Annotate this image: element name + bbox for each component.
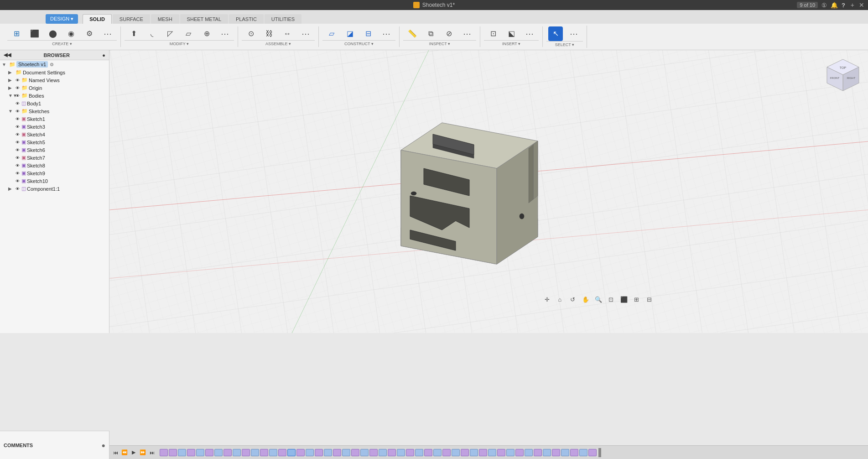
sphere-tool[interactable]: ◉ bbox=[63, 27, 79, 40]
cylinder-tool[interactable]: ⬤ bbox=[45, 27, 61, 40]
timeline-end-marker[interactable] bbox=[598, 448, 601, 457]
timeline-item-42[interactable] bbox=[534, 449, 542, 456]
tree-item-sketch6[interactable]: 👁 ▣ Sketch6 bbox=[0, 146, 109, 154]
timeline-item-8[interactable] bbox=[223, 449, 232, 456]
timeline-item-25[interactable] bbox=[379, 449, 387, 456]
insert-svg-tool[interactable]: ⬕ bbox=[504, 27, 519, 40]
collapse-browser-button[interactable]: ◀◀ bbox=[4, 52, 11, 58]
timeline-item-39[interactable] bbox=[506, 449, 515, 456]
timeline-item-27[interactable] bbox=[397, 449, 405, 456]
timeline-item-1[interactable] bbox=[160, 449, 168, 456]
timeline-item-33[interactable] bbox=[452, 449, 460, 456]
fillet-tool[interactable]: ◟ bbox=[144, 27, 160, 40]
timeline-item-29[interactable] bbox=[415, 449, 423, 456]
sketch4-eye-icon[interactable]: 👁 bbox=[16, 132, 20, 137]
joint-tool[interactable]: ⊙ bbox=[243, 27, 259, 40]
timeline-item-41[interactable] bbox=[525, 449, 533, 456]
timeline-item-21[interactable] bbox=[342, 449, 350, 456]
offset-plane-tool[interactable]: ▱ bbox=[324, 27, 339, 40]
close-comments-button[interactable]: ● bbox=[102, 442, 105, 449]
timeline-item-34[interactable] bbox=[461, 449, 469, 456]
close-browser-button[interactable]: ● bbox=[102, 52, 105, 58]
help-icon[interactable]: ? bbox=[842, 2, 845, 9]
tree-item-sketch5[interactable]: 👁 ▣ Sketch5 bbox=[0, 138, 109, 146]
timeline-item-38[interactable] bbox=[497, 449, 505, 456]
timeline-item-18[interactable] bbox=[315, 449, 323, 456]
more-create-tool[interactable]: ⋯ bbox=[100, 29, 115, 39]
zoom-fit-tool-btn[interactable]: ⊡ bbox=[606, 294, 617, 305]
section-analysis-tool[interactable]: ⊘ bbox=[441, 27, 457, 40]
bell-icon[interactable]: 🔔 bbox=[831, 2, 838, 9]
timeline-item-11[interactable] bbox=[251, 449, 259, 456]
sketch1-eye-icon[interactable]: 👁 bbox=[16, 117, 20, 121]
timeline-start-btn[interactable]: ⏮ bbox=[111, 449, 120, 457]
timeline-item-5[interactable] bbox=[196, 449, 204, 456]
timeline-item-46[interactable] bbox=[570, 449, 578, 456]
component1-eye-icon[interactable]: 👁 bbox=[16, 187, 20, 191]
tree-item-sketches[interactable]: ▼ 👁 📁 Sketches bbox=[0, 107, 109, 115]
tab-sheet-metal[interactable]: SHEET METAL bbox=[180, 14, 228, 24]
tree-item-body1[interactable]: 👁 ◫ Body1 bbox=[0, 99, 109, 107]
move-tool-btn[interactable]: ✛ bbox=[542, 294, 553, 305]
timeline-item-14[interactable] bbox=[278, 449, 286, 456]
tab-surface[interactable]: SURFACE bbox=[113, 14, 150, 24]
timeline-item-17[interactable] bbox=[306, 449, 314, 456]
more-assemble-tool[interactable]: ⋯ bbox=[298, 29, 313, 39]
tree-item-sketch10[interactable]: 👁 ▣ Sketch10 bbox=[0, 177, 109, 185]
tree-item-sketch9[interactable]: 👁 ▣ Sketch9 bbox=[0, 169, 109, 177]
timeline-item-26[interactable] bbox=[388, 449, 396, 456]
timeline-item-7[interactable] bbox=[214, 449, 223, 456]
tree-item-shoetech[interactable]: 📁 Shoetech v1 ⚙ bbox=[0, 60, 109, 68]
tree-item-origin[interactable]: ▶ 👁 📁 Origin bbox=[0, 84, 109, 92]
close-window-button[interactable]: ✕ bbox=[859, 1, 864, 9]
tree-item-named-views[interactable]: ▶ 👁 📁 Named Views bbox=[0, 76, 109, 84]
timeline-item-45[interactable] bbox=[561, 449, 569, 456]
user-icon[interactable]: ① bbox=[821, 2, 827, 9]
shell-tool[interactable]: ▱ bbox=[181, 27, 196, 40]
timeline-item-24[interactable] bbox=[369, 449, 378, 456]
motion-link-tool[interactable]: ↔ bbox=[280, 27, 295, 40]
nav-cube[interactable]: TOP RIGHT FRONT bbox=[825, 57, 861, 94]
timeline-play-btn[interactable]: ▶ bbox=[130, 449, 138, 457]
timeline-item-47[interactable] bbox=[579, 449, 587, 456]
timeline-item-10[interactable] bbox=[242, 449, 250, 456]
press-pull-tool[interactable]: ⬆ bbox=[126, 27, 141, 40]
combine-tool[interactable]: ⊕ bbox=[199, 27, 214, 40]
origin-eye-icon[interactable]: 👁 bbox=[16, 86, 20, 90]
timeline-item-2[interactable] bbox=[169, 449, 177, 456]
midplane-tool[interactable]: ⊟ bbox=[360, 27, 376, 40]
timeline-item-22[interactable] bbox=[351, 449, 359, 456]
tree-item-sketch7[interactable]: 👁 ▣ Sketch7 bbox=[0, 154, 109, 162]
body1-eye-icon[interactable]: 👁 bbox=[16, 101, 20, 106]
timeline-item-37[interactable] bbox=[488, 449, 496, 456]
add-tab-button[interactable]: + bbox=[851, 1, 854, 9]
tree-item-sketch3[interactable]: 👁 ▣ Sketch3 bbox=[0, 123, 109, 130]
more-select-tool[interactable]: ⋯ bbox=[566, 29, 582, 39]
home-tool-btn[interactable]: ⌂ bbox=[555, 294, 566, 305]
chamfer-tool[interactable]: ◸ bbox=[162, 27, 178, 40]
tree-item-sketch8[interactable]: 👁 ▣ Sketch8 bbox=[0, 162, 109, 169]
tab-solid[interactable]: SOLID bbox=[83, 14, 112, 24]
coil-tool[interactable]: ⚙ bbox=[82, 27, 97, 40]
canvas-settings-btn[interactable]: ⊟ bbox=[644, 294, 655, 305]
bodies-eye-icon[interactable]: 👁 bbox=[16, 94, 20, 98]
timeline-item-28[interactable] bbox=[406, 449, 414, 456]
tree-item-component1[interactable]: ▶ 👁 ◫ Component1:1 bbox=[0, 185, 109, 193]
timeline-item-48[interactable] bbox=[588, 449, 597, 456]
timeline-item-30[interactable] bbox=[424, 449, 432, 456]
tree-item-sketch4[interactable]: 👁 ▣ Sketch4 bbox=[0, 130, 109, 138]
viewport[interactable]: TOP RIGHT FRONT ✛ ⌂ ↺ ✋ 🔍 ⊡ ⬛ ⊞ ⊟ bbox=[109, 50, 868, 333]
sketch10-eye-icon[interactable]: 👁 bbox=[16, 179, 20, 183]
timeline-item-31[interactable] bbox=[433, 449, 442, 456]
timeline-item-44[interactable] bbox=[552, 449, 560, 456]
timeline-next-btn[interactable]: ⏩ bbox=[139, 449, 147, 457]
sketch6-eye-icon[interactable]: 👁 bbox=[16, 148, 20, 152]
tab-mesh[interactable]: MESH bbox=[151, 14, 179, 24]
timeline-item-23[interactable] bbox=[360, 449, 369, 456]
timeline-item-19[interactable] bbox=[324, 449, 332, 456]
more-insert-tool[interactable]: ⋯ bbox=[522, 29, 537, 39]
sketch7-eye-icon[interactable]: 👁 bbox=[16, 156, 20, 160]
tab-plastic[interactable]: PLASTIC bbox=[229, 14, 264, 24]
pan-tool-btn[interactable]: ✋ bbox=[580, 294, 591, 305]
timeline-item-3[interactable] bbox=[178, 449, 186, 456]
